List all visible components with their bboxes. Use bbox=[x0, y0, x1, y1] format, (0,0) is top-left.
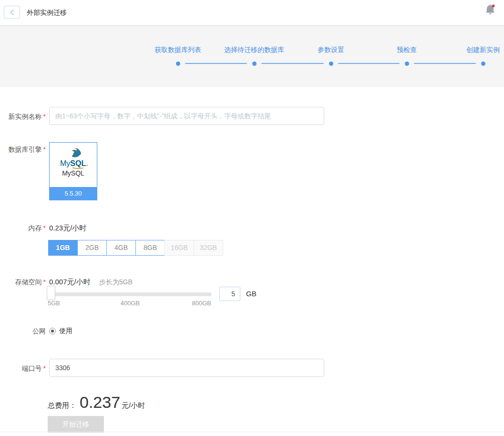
back-button[interactable] bbox=[4, 6, 20, 19]
step-connector bbox=[261, 63, 324, 64]
step-label-3: 参数设置 bbox=[318, 46, 344, 54]
svg-text:MySQL.: MySQL. bbox=[60, 159, 88, 167]
storage-step-hint: 步长为5GB bbox=[99, 278, 133, 286]
memory-option-32gb: 32GB bbox=[194, 240, 223, 256]
engine-name: MySQL bbox=[62, 169, 84, 177]
engine-card-mysql[interactable]: MySQL. MySQL 5.5.30 bbox=[49, 142, 97, 200]
page-title: 外部实例迁移 bbox=[27, 0, 67, 25]
step-dot-5 bbox=[481, 62, 485, 66]
step-connector bbox=[338, 63, 400, 64]
step-dot-1 bbox=[176, 62, 180, 66]
radio-icon bbox=[49, 328, 56, 334]
storage-size-input[interactable] bbox=[219, 287, 240, 301]
step-dot-2 bbox=[252, 62, 257, 66]
instance-name-input[interactable] bbox=[49, 107, 324, 125]
storage-price: 0.007元/小时步长为5GB bbox=[49, 278, 133, 287]
memory-option-group: 1GB 2GB 4GB 8GB 16GB 32GB bbox=[48, 240, 223, 256]
storage-scale-max: 800GB bbox=[192, 300, 211, 307]
bell-icon bbox=[484, 4, 496, 16]
total-fee: 总费用： 0.237 元/小时 bbox=[48, 393, 145, 412]
notification-bell-button[interactable] bbox=[484, 4, 496, 16]
page-bottom-divider bbox=[0, 432, 504, 432]
required-mark: * bbox=[43, 145, 46, 153]
memory-price: 0.23元/小时 bbox=[49, 224, 86, 233]
step-label-5: 创建新实例 bbox=[466, 46, 500, 54]
storage-unit: GB bbox=[246, 290, 257, 298]
required-mark: * bbox=[43, 278, 46, 286]
wizard-stepper: 获取数据库列表 选择待迁移的数据库 参数设置 预检查 创建新实例 bbox=[0, 25, 504, 87]
memory-option-16gb: 16GB bbox=[165, 240, 194, 256]
notification-dot bbox=[492, 5, 495, 8]
storage-label: 存储空间* bbox=[0, 278, 46, 287]
storage-scale-mid: 400GB bbox=[121, 300, 140, 307]
storage-slider-track[interactable] bbox=[49, 292, 211, 296]
public-network-radio[interactable]: 使用 bbox=[49, 327, 72, 335]
public-network-option: 使用 bbox=[59, 327, 72, 335]
memory-label: 内存* bbox=[0, 224, 46, 233]
total-fee-label: 总费用： bbox=[48, 401, 76, 410]
required-mark: * bbox=[43, 364, 46, 372]
engine-label: 数据库引擎* bbox=[0, 145, 46, 154]
step-label-2: 选择待迁移的数据库 bbox=[224, 46, 284, 54]
public-network-label: 公网 bbox=[0, 327, 46, 336]
page-header: 外部实例迁移 bbox=[0, 0, 504, 25]
storage-scale-min: 5GB bbox=[48, 300, 60, 307]
total-fee-value: 0.237 bbox=[80, 393, 120, 412]
instance-name-label: 新实例名称* bbox=[0, 113, 46, 121]
start-migration-button[interactable]: 开始迁移 bbox=[48, 416, 104, 433]
step-dot-4 bbox=[405, 62, 409, 66]
memory-option-1gb[interactable]: 1GB bbox=[48, 240, 78, 256]
migration-wizard-page: 外部实例迁移 获取数据库列表 选择待迁移的数据库 参数设置 预检查 创建新实例 … bbox=[0, 0, 504, 436]
memory-option-2gb[interactable]: 2GB bbox=[77, 240, 107, 256]
storage-slider-handle[interactable] bbox=[47, 286, 55, 300]
required-mark: * bbox=[43, 113, 46, 120]
port-label: 端口号* bbox=[0, 364, 46, 373]
memory-option-8gb[interactable]: 8GB bbox=[135, 240, 165, 256]
step-dot-3 bbox=[329, 62, 333, 66]
step-label-4: 预检查 bbox=[397, 46, 417, 54]
engine-version-badge: 5.5.30 bbox=[49, 187, 97, 200]
total-fee-unit: 元/小时 bbox=[122, 401, 145, 410]
mysql-logo-icon: MySQL. bbox=[58, 146, 89, 169]
port-input[interactable] bbox=[49, 359, 324, 377]
step-label-1: 获取数据库列表 bbox=[154, 46, 201, 54]
memory-option-4gb[interactable]: 4GB bbox=[106, 240, 136, 256]
required-mark: * bbox=[43, 224, 46, 232]
step-connector bbox=[185, 63, 247, 64]
step-connector bbox=[414, 63, 476, 64]
chevron-left-icon bbox=[9, 9, 15, 16]
